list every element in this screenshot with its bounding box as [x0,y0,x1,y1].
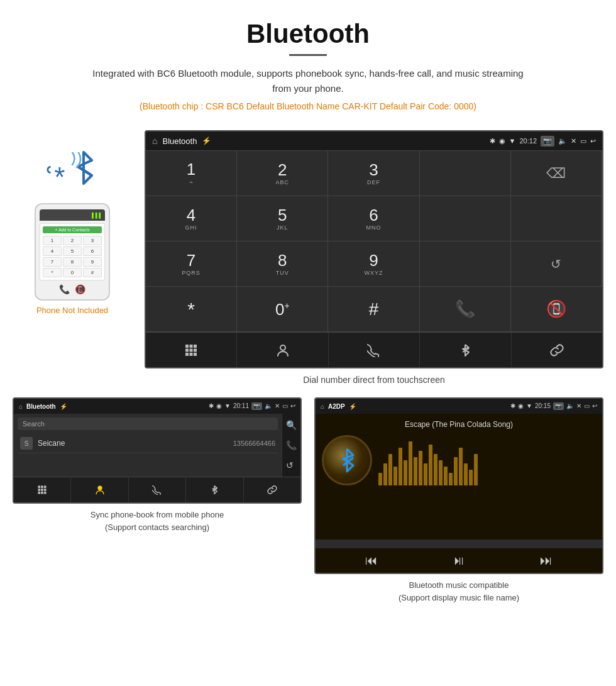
dialpad-grid: 1 ⌁ 2 ABC 3 DEF ⌫ 4 GHI [146,150,602,332]
dial-key-2[interactable]: 2 ABC [237,151,328,196]
next-track-button[interactable]: ⏭ [540,553,553,568]
contacts-wifi-icon: ▼ [224,402,231,410]
svg-rect-16 [44,485,47,488]
music-usb-icon: ⚡ [349,403,356,410]
search-side-icon[interactable]: 🔍 [286,420,297,430]
svg-rect-4 [190,345,193,348]
dial-key-hash[interactable]: # [328,287,419,332]
dial-call-key[interactable]: 📞 [420,287,511,332]
contact-letter: S [20,437,33,450]
dial-key-1[interactable]: 1 ⌁ [146,151,237,196]
contacts-screen-body-wrap: Search S Seicane 13566664466 🔍 📞 ↺ [14,414,300,477]
page-header: Bluetooth Integrated with BC6 Bluetooth … [0,0,616,130]
svg-rect-9 [185,353,189,356]
nav-contacts[interactable] [237,333,328,367]
music-bt-icon: ✱ [510,402,515,410]
volume-icon[interactable]: 🔈 [558,137,567,145]
contacts-search-bar[interactable]: Search [18,418,278,430]
play-pause-button[interactable]: ⏯ [453,553,465,568]
contacts-screen-body: Search S Seicane 13566664466 [14,414,282,477]
nav-bluetooth[interactable] [420,333,511,367]
svg-rect-22 [44,492,47,494]
music-x-icon[interactable]: ✕ [576,402,581,410]
contacts-nav-dialpad[interactable] [14,477,71,502]
sync-icon: ↺ [551,257,561,272]
call-green-icon: 📞 [455,299,475,319]
music-win-icon[interactable]: ▭ [584,402,590,410]
wifi-icon: ▼ [509,137,516,145]
music-home-icon[interactable]: ⌂ [321,403,324,410]
signal-icon: ▌▌▌ [92,213,102,218]
dial-backspace-key[interactable]: ⌫ [511,151,602,196]
window-icon[interactable]: ▭ [580,137,586,145]
dial-caption: Dial number direct from touchscreen [145,375,603,385]
car-status-bar: ⌂ Bluetooth ⚡ ✱ ◉ ▼ 20:12 📷 🔈 ✕ ▭ ↩ [146,131,602,150]
contacts-nav-phone[interactable] [129,477,186,502]
bluetooth-symbol-icon: ʿ* [45,161,65,193]
svg-rect-6 [185,348,189,351]
phone-end-icon: 📵 [75,284,85,294]
dial-key-3[interactable]: 3 DEF [328,151,419,196]
dial-key-6[interactable]: 6 MNO [328,196,419,241]
bottom-screenshots: ⌂ Bluetooth ⚡ ✱ ◉ ▼ 20:11 📷 🔈 ✕ ▭ ↩ [0,397,616,616]
dial-key-0[interactable]: 0+ [237,287,328,332]
phone-call-icon: 📞 [59,284,70,294]
car-app-name: Bluetooth [162,136,197,146]
album-art [322,435,372,485]
contacts-cam-icon[interactable]: 📷 [251,402,262,410]
contacts-nav-link[interactable] [244,477,300,502]
phone-bottom-bar: 📞 📵 [40,284,105,294]
dial-key-5[interactable]: 5 JKL [237,196,328,241]
back-icon[interactable]: ↩ [590,137,596,145]
contacts-back-icon[interactable]: ↩ [290,402,295,410]
svg-rect-11 [194,353,197,356]
dial-sync-key[interactable]: ↺ [511,241,602,287]
contacts-bt-icon: ✱ [209,402,214,410]
dial-key-8[interactable]: 8 TUV [237,241,328,287]
contacts-x-icon[interactable]: ✕ [275,402,280,410]
title-underline [289,54,327,56]
svg-rect-14 [38,485,41,488]
contacts-app-name: Bluetooth [26,403,56,410]
contacts-win-icon[interactable]: ▭ [282,402,288,410]
sync-side-icon[interactable]: ↺ [286,460,297,470]
phone-screen: + Add to Contacts 1 2 3 4 5 6 7 8 9 * 0 … [40,223,105,280]
music-vol-icon[interactable]: 🔈 [566,402,574,410]
dial-key-7[interactable]: 7 PQRS [146,241,237,287]
music-mini-screen: ⌂ A2DP ⚡ ✱ ◉ ▼ 20:15 📷 🔈 ✕ ▭ ↩ [314,397,603,574]
svg-rect-8 [194,348,197,351]
music-caption-line2: (Support display music file name) [399,593,519,602]
music-caption-line1: Bluetooth music compatible [409,580,509,590]
phone-contacts-btn[interactable]: + Add to Contacts [43,226,102,233]
contacts-nav-person[interactable] [71,477,128,502]
contact-row[interactable]: S Seicane 13566664466 [18,434,278,453]
music-back-icon[interactable]: ↩ [592,402,597,410]
contacts-home-icon[interactable]: ⌂ [19,403,23,410]
svg-rect-7 [190,348,193,351]
bluetooth-icon-wrap: ʿ* [45,149,99,193]
contacts-vol-icon[interactable]: 🔈 [265,402,272,410]
dial-endcall-key[interactable]: 📵 [511,287,602,332]
nav-phone[interactable] [329,333,420,367]
svg-rect-19 [44,489,47,491]
nav-dialpad[interactable] [146,333,237,367]
close-icon[interactable]: ✕ [571,137,576,145]
contacts-bottom-nav [14,477,300,502]
music-caption: Bluetooth music compatible (Support disp… [399,579,519,604]
camera-icon[interactable]: 📷 [541,136,554,147]
music-cam-icon[interactable]: 📷 [553,402,564,410]
dial-key-star[interactable]: * [146,287,237,332]
phone-dialpad: 1 2 3 4 5 6 7 8 9 * 0 # [43,236,102,277]
contacts-caption: Sync phone-book from mobile phone (Suppo… [91,509,224,533]
side-icons-panel: 🔍 📞 ↺ [282,414,300,477]
contacts-nav-bt[interactable] [186,477,243,502]
home-icon[interactable]: ⌂ [152,136,157,146]
dial-key-9[interactable]: 9 WXYZ [328,241,419,287]
dial-key-4[interactable]: 4 GHI [146,196,237,241]
nav-link[interactable] [512,333,602,367]
backspace-icon: ⌫ [546,165,566,182]
contacts-screen-wrapper: ⌂ Bluetooth ⚡ ✱ ◉ ▼ 20:11 📷 🔈 ✕ ▭ ↩ [13,397,302,504]
prev-track-button[interactable]: ⏮ [365,553,378,568]
call-side-icon[interactable]: 📞 [286,440,297,450]
music-screenshot-block: ⌂ A2DP ⚡ ✱ ◉ ▼ 20:15 📷 🔈 ✕ ▭ ↩ [314,397,603,604]
